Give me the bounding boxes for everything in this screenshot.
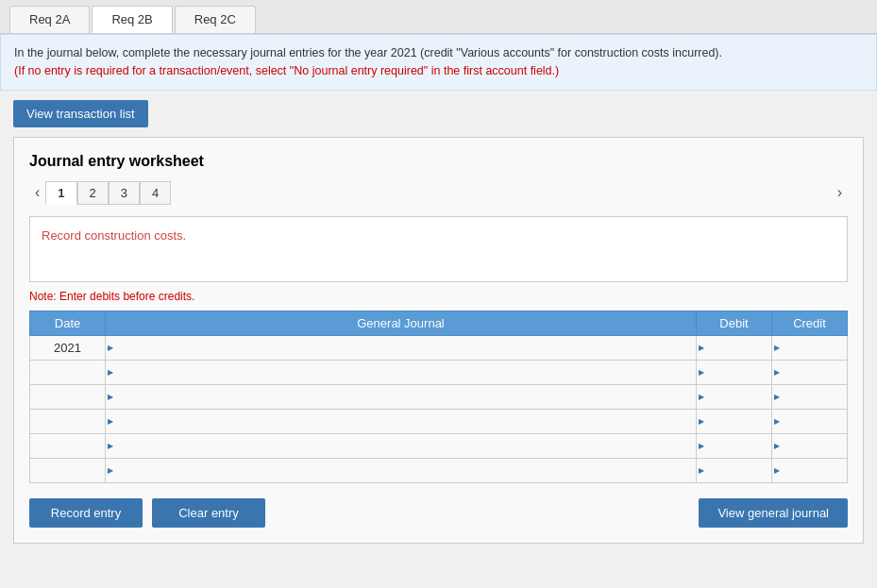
debit-cell-4[interactable] <box>697 409 772 433</box>
journal-cell-3[interactable] <box>106 384 697 409</box>
info-sub-text: (If no entry is required for a transacti… <box>14 64 559 77</box>
date-cell-2 <box>30 360 106 384</box>
col-header-journal: General Journal <box>106 311 697 335</box>
debit-input-4[interactable] <box>710 410 771 433</box>
table-row <box>30 458 848 482</box>
journal-input-1[interactable] <box>119 336 696 360</box>
record-entry-button[interactable]: Record entry <box>29 498 143 528</box>
credit-cell-5[interactable] <box>772 433 848 458</box>
page-tab-1[interactable]: 1 <box>45 181 76 205</box>
view-general-journal-button[interactable]: View general journal <box>699 498 848 528</box>
description-box: Record construction costs. <box>29 216 848 282</box>
tab-req2a[interactable]: Req 2A <box>9 6 90 33</box>
credit-input-2[interactable] <box>785 361 847 384</box>
clear-entry-button[interactable]: Clear entry <box>152 498 265 528</box>
credit-cell-4[interactable] <box>772 409 848 433</box>
page-tabs: 1 2 3 4 <box>45 181 171 205</box>
journal-input-4[interactable] <box>119 410 696 433</box>
debit-input-2[interactable] <box>710 361 771 384</box>
debit-cell-2[interactable] <box>697 360 772 384</box>
journal-input-2[interactable] <box>119 361 696 384</box>
credit-input-6[interactable] <box>785 459 847 482</box>
journal-cell-6[interactable] <box>106 458 697 482</box>
tab-req2c[interactable]: Req 2C <box>175 6 256 33</box>
credit-input-4[interactable] <box>785 410 847 433</box>
journal-cell-4[interactable] <box>106 409 697 433</box>
credit-input-5[interactable] <box>785 434 847 458</box>
date-cell-1: 2021 <box>30 335 106 360</box>
worksheet-title: Journal entry worksheet <box>29 153 848 170</box>
debit-input-1[interactable] <box>710 336 771 360</box>
tabs-bar: Req 2A Req 2B Req 2C <box>0 0 877 34</box>
info-banner: In the journal below, complete the neces… <box>0 34 877 91</box>
credit-input-1[interactable] <box>785 336 847 360</box>
credit-cell-6[interactable] <box>772 458 848 482</box>
action-buttons: Record entry Clear entry View general jo… <box>29 498 848 528</box>
debit-cell-5[interactable] <box>697 433 772 458</box>
page-navigation: ‹ 1 2 3 4 › <box>29 181 848 205</box>
journal-cell-1[interactable] <box>106 335 697 360</box>
page-tab-2[interactable]: 2 <box>77 181 109 205</box>
debit-input-5[interactable] <box>710 434 771 458</box>
table-row: 2021 <box>30 335 848 360</box>
debit-cell-1[interactable] <box>697 335 772 360</box>
debit-cell-3[interactable] <box>697 384 772 409</box>
date-cell-5 <box>30 433 106 458</box>
table-row <box>30 433 848 458</box>
debit-cell-6[interactable] <box>697 458 772 482</box>
tab-req2b[interactable]: Req 2B <box>92 6 172 33</box>
journal-input-6[interactable] <box>119 459 696 482</box>
table-row <box>30 384 848 409</box>
note-text: Note: Enter debits before credits. <box>29 290 848 303</box>
col-header-date: Date <box>30 311 106 335</box>
journal-cell-2[interactable] <box>106 360 697 384</box>
col-header-credit: Credit <box>772 311 848 335</box>
page-tab-4[interactable]: 4 <box>140 181 171 205</box>
page-tab-3[interactable]: 3 <box>109 181 140 205</box>
date-cell-3 <box>30 384 106 409</box>
view-transaction-button[interactable]: View transaction list <box>13 100 148 127</box>
journal-table: Date General Journal Debit Credit 2021 <box>29 311 848 483</box>
credit-cell-2[interactable] <box>772 360 848 384</box>
description-text: Record construction costs. <box>42 228 186 243</box>
credit-cell-3[interactable] <box>772 384 848 409</box>
debit-input-3[interactable] <box>710 385 771 409</box>
credit-cell-1[interactable] <box>772 335 848 360</box>
worksheet-container: Journal entry worksheet ‹ 1 2 3 4 › Reco… <box>13 137 864 544</box>
prev-page-arrow[interactable]: ‹ <box>29 182 45 203</box>
info-main-text: In the journal below, complete the neces… <box>14 46 722 59</box>
journal-input-5[interactable] <box>119 434 696 458</box>
journal-cell-5[interactable] <box>106 433 697 458</box>
table-row <box>30 360 848 384</box>
date-cell-4 <box>30 409 106 433</box>
table-row <box>30 409 848 433</box>
credit-input-3[interactable] <box>785 385 847 409</box>
date-cell-6 <box>30 458 106 482</box>
col-header-debit: Debit <box>697 311 772 335</box>
journal-input-3[interactable] <box>119 385 696 409</box>
debit-input-6[interactable] <box>710 459 771 482</box>
next-page-arrow[interactable]: › <box>832 182 848 203</box>
